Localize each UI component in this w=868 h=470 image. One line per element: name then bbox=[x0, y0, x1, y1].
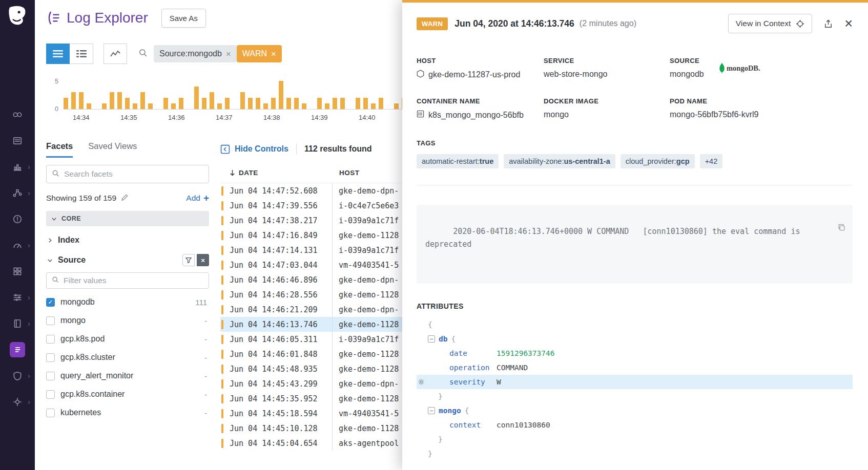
checkbox-unchecked[interactable] bbox=[46, 372, 55, 380]
facet-value-row[interactable]: gcp.k8s.container- bbox=[46, 385, 209, 403]
nav-item-apm[interactable]: › bbox=[0, 180, 35, 206]
attribute-line[interactable]: operationCOMMAND bbox=[417, 360, 853, 375]
tags-more-chip[interactable]: +42 bbox=[700, 154, 723, 168]
checkbox-unchecked[interactable] bbox=[46, 316, 55, 325]
histogram-bar[interactable] bbox=[302, 103, 306, 109]
histogram-bar[interactable] bbox=[325, 103, 329, 109]
checkbox-unchecked[interactable] bbox=[46, 409, 55, 417]
table-view-button[interactable] bbox=[70, 44, 93, 64]
remove-filter-icon[interactable]: × bbox=[226, 50, 231, 58]
nav-item-watchdog[interactable] bbox=[0, 101, 35, 127]
nav-item-infrastructure[interactable] bbox=[0, 258, 35, 284]
attribute-line[interactable]: date1591296373746 bbox=[417, 346, 853, 360]
histogram-bar[interactable] bbox=[263, 103, 268, 109]
edit-pencil-icon[interactable] bbox=[121, 194, 129, 203]
nav-item-network[interactable]: › bbox=[0, 284, 35, 310]
tab-saved-views[interactable]: Saved Views bbox=[88, 141, 137, 158]
hide-controls-button[interactable]: Hide Controls bbox=[220, 144, 288, 154]
histogram-bar[interactable] bbox=[179, 98, 183, 109]
core-group-header[interactable]: CORE bbox=[46, 211, 209, 226]
attribute-line[interactable]: { bbox=[417, 317, 853, 332]
histogram-bar[interactable] bbox=[240, 92, 245, 109]
column-header-date[interactable]: DATE bbox=[220, 169, 332, 177]
clear-filter-button[interactable]: × bbox=[197, 254, 209, 266]
filter-funnel-button[interactable] bbox=[182, 254, 195, 266]
histogram-bar[interactable] bbox=[248, 98, 253, 109]
column-header-host[interactable]: HOST bbox=[332, 169, 360, 177]
nav-item-notebooks[interactable]: › bbox=[0, 310, 35, 336]
histogram-bar[interactable] bbox=[148, 103, 153, 109]
collapse-icon[interactable]: − bbox=[428, 407, 435, 414]
histogram-bar[interactable] bbox=[217, 103, 222, 109]
histogram-bar[interactable] bbox=[363, 98, 368, 109]
copy-icon[interactable] bbox=[800, 210, 846, 248]
histogram-bar[interactable] bbox=[379, 98, 383, 109]
checkbox-unchecked[interactable] bbox=[46, 335, 55, 344]
histogram-bar[interactable] bbox=[371, 103, 376, 109]
histogram-bar[interactable] bbox=[317, 98, 322, 109]
histogram-bar[interactable] bbox=[79, 92, 84, 109]
attribute-line[interactable]: −mongo{ bbox=[417, 403, 853, 418]
histogram-bar[interactable] bbox=[64, 98, 68, 109]
histogram-bar[interactable] bbox=[140, 92, 145, 109]
tag-chip[interactable]: availability-zone:us-central1-a bbox=[504, 154, 615, 168]
search-facets-input[interactable] bbox=[64, 169, 203, 179]
histogram-bar[interactable] bbox=[171, 103, 176, 109]
facet-value-row[interactable]: ✓mongodb111 bbox=[46, 293, 209, 311]
facet-value-row[interactable]: query_alert_monitor- bbox=[46, 367, 209, 385]
nav-item-dashboards[interactable]: › bbox=[0, 154, 35, 180]
attribute-line[interactable]: severityW bbox=[417, 375, 853, 389]
attribute-line[interactable]: } bbox=[417, 432, 853, 446]
tab-facets[interactable]: Facets bbox=[46, 141, 73, 158]
histogram-bar[interactable] bbox=[256, 98, 260, 109]
facet-value-row[interactable]: mongo- bbox=[46, 311, 209, 330]
histogram-bar[interactable] bbox=[294, 98, 299, 109]
facet-value-row[interactable]: kubernetes- bbox=[46, 403, 209, 422]
search-filter-chip[interactable]: Source:mongodb× bbox=[154, 45, 237, 62]
attribute-line[interactable]: } bbox=[417, 389, 853, 403]
remove-filter-icon[interactable]: × bbox=[271, 50, 276, 58]
histogram-bar[interactable] bbox=[356, 98, 360, 109]
gear-icon[interactable] bbox=[418, 378, 425, 387]
histogram-bar[interactable] bbox=[333, 98, 337, 109]
histogram-bar[interactable] bbox=[271, 98, 276, 109]
histogram-bar[interactable] bbox=[286, 98, 291, 109]
nav-item-security[interactable]: › bbox=[0, 362, 35, 389]
filter-values-input[interactable] bbox=[64, 276, 203, 285]
attribute-line[interactable]: } bbox=[417, 446, 853, 461]
histogram-bar[interactable] bbox=[163, 98, 168, 109]
histogram-bar[interactable] bbox=[394, 103, 399, 109]
timeseries-view-button[interactable] bbox=[104, 44, 127, 64]
close-panel-button[interactable]: × bbox=[844, 17, 853, 31]
checkbox-checked[interactable]: ✓ bbox=[46, 298, 55, 307]
attribute-line[interactable]: contextconn10130860 bbox=[417, 418, 853, 432]
nav-item-settings[interactable]: › bbox=[0, 389, 35, 415]
histogram-bar[interactable] bbox=[110, 92, 114, 109]
histogram-bar[interactable] bbox=[71, 92, 76, 109]
facet-value-row[interactable]: gcp.k8s.cluster- bbox=[46, 348, 209, 367]
facet-group-source[interactable]: Source × bbox=[46, 254, 209, 266]
nav-item-logs[interactable] bbox=[0, 336, 35, 362]
histogram-bar[interactable] bbox=[194, 87, 199, 109]
facet-value-row[interactable]: gcp.k8s.pod- bbox=[46, 330, 209, 348]
search-filter-chip[interactable]: WARN× bbox=[237, 45, 282, 62]
attribute-line[interactable]: −db{ bbox=[417, 332, 853, 346]
tag-chip[interactable]: cloud_provider:gcp bbox=[621, 154, 695, 168]
histogram-bar[interactable] bbox=[133, 103, 137, 109]
list-view-button[interactable] bbox=[46, 44, 70, 64]
histogram-bar[interactable] bbox=[225, 98, 230, 109]
collapse-icon[interactable]: − bbox=[428, 335, 435, 343]
histogram-bar[interactable] bbox=[125, 98, 130, 109]
histogram-bar[interactable] bbox=[117, 92, 122, 109]
save-as-button[interactable]: Save As bbox=[161, 9, 206, 28]
search-bar[interactable]: Source:mongodb×WARN× bbox=[138, 45, 282, 62]
view-in-context-button[interactable]: View in Context bbox=[728, 14, 812, 33]
histogram-bar[interactable] bbox=[340, 98, 345, 109]
datadog-logo[interactable] bbox=[6, 4, 29, 28]
tag-chip[interactable]: automatic-restart:true bbox=[417, 154, 499, 168]
facet-group-index[interactable]: Index bbox=[46, 236, 209, 245]
checkbox-unchecked[interactable] bbox=[46, 390, 55, 399]
nav-item-monitors[interactable] bbox=[0, 206, 35, 232]
histogram-bar[interactable] bbox=[87, 103, 91, 109]
histogram-bar[interactable] bbox=[210, 92, 214, 109]
